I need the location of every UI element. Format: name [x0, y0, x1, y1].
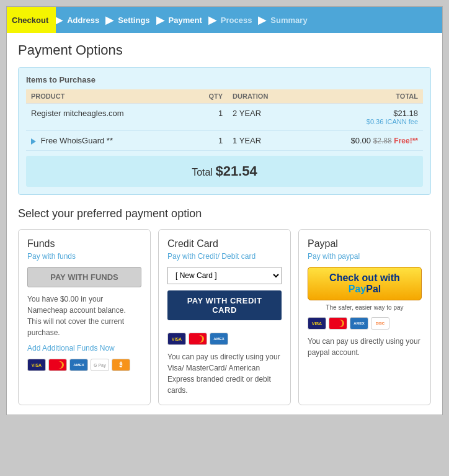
progress-bar: Checkout ▶ Address ▶ Settings ▶ Payment … — [7, 7, 442, 33]
card-select-row: [ New Card ] — [167, 267, 282, 284]
section-title: Select your preferred payment option — [18, 207, 431, 220]
pay-with-funds-button[interactable]: PAY WITH FUNDS — [27, 267, 141, 287]
visa-icon: VISA — [27, 359, 46, 371]
items-table: PRODUCT QTY DURATION TOTAL Register mitc… — [26, 89, 423, 151]
table-row: Free WhoisGuard ** 1 1 YEAR $0.00 $2.88 … — [26, 131, 423, 151]
googlepay-icon: G Pay — [91, 359, 109, 371]
bitcoin-icon: ₿ — [112, 359, 130, 371]
content-area: Payment Options Items to Purchase PRODUC… — [7, 33, 442, 415]
price-2: $0.00 $2.88 Free!** — [300, 131, 423, 151]
step-address[interactable]: Address — [62, 7, 107, 33]
paypal-description: You can pay us directly using your paypa… — [308, 336, 422, 358]
items-box-title: Items to Purchase — [26, 75, 423, 84]
funds-title: Funds — [27, 238, 141, 249]
funds-subtitle: Pay with funds — [27, 252, 141, 261]
credit-card-title: Credit Card — [167, 238, 282, 249]
product-name-2: Free WhoisGuard ** — [26, 131, 190, 151]
paypal-tagline: The safer, easier way to pay — [308, 304, 422, 311]
col-duration: DURATION — [228, 89, 300, 104]
duration-2: 1 YEAR — [228, 131, 300, 151]
paypal-subtitle: Pay with paypal — [308, 252, 422, 261]
col-total: TOTAL — [300, 89, 423, 104]
funds-description: You have $0.00 in your Namecheap account… — [27, 294, 141, 338]
paypal-card: Paypal Pay with paypal Check out with Pa… — [298, 229, 431, 405]
step-summary[interactable]: Summary — [265, 7, 314, 33]
credit-card-subtitle: Pay with Credit/ Debit card — [167, 252, 282, 261]
duration-1: 2 YEAR — [228, 104, 300, 131]
total-row: Total $21.54 — [26, 156, 423, 187]
col-qty: QTY — [190, 89, 228, 104]
main-container: Checkout ▶ Address ▶ Settings ▶ Payment … — [6, 6, 443, 415]
amex-icon: AMEX — [69, 359, 88, 371]
amex-icon-pp: AMEX — [350, 317, 368, 330]
card-select[interactable]: [ New Card ] — [167, 267, 282, 284]
credit-card-card: Credit Card Pay with Credit/ Debit card … — [158, 229, 291, 405]
paypal-title: Paypal — [308, 238, 422, 249]
table-row: Register mitcheagles.com 1 2 YEAR $21.18… — [26, 104, 423, 131]
page-title: Payment Options — [18, 42, 431, 58]
step-process[interactable]: Process — [216, 7, 260, 33]
col-product: PRODUCT — [26, 89, 190, 104]
visa-icon-pp: VISA — [308, 317, 326, 330]
credit-card-icons: VISA AMEX — [167, 333, 282, 345]
amex-icon-cc: AMEX — [210, 333, 228, 345]
step-settings[interactable]: Settings — [113, 7, 157, 33]
price-1: $21.18 $0.36 ICANN fee — [300, 104, 423, 131]
pay-with-credit-card-button[interactable]: PAY WITH CREDIT CARD — [167, 290, 282, 320]
add-funds-link[interactable]: Add Additional Funds Now — [27, 344, 115, 353]
qty-2: 1 — [190, 131, 228, 151]
step-checkout[interactable]: Checkout — [7, 7, 56, 33]
payment-options: Funds Pay with funds PAY WITH FUNDS You … — [18, 229, 431, 405]
paypal-checkout-button[interactable]: Check out with PayPal — [308, 267, 422, 300]
visa-icon-cc: VISA — [167, 333, 186, 345]
items-box: Items to Purchase PRODUCT QTY DURATION T… — [18, 67, 431, 195]
discover-icon-pp: DISC — [371, 317, 389, 330]
funds-card: Funds Pay with funds PAY WITH FUNDS You … — [18, 229, 151, 405]
triangle-icon — [31, 138, 36, 145]
total-amount: $21.54 — [215, 163, 257, 179]
paypal-card-icons: VISA AMEX DISC — [308, 317, 422, 330]
mastercard-icon-cc — [189, 333, 207, 345]
mastercard-icon — [48, 359, 67, 371]
funds-card-icons: VISA AMEX G Pay ₿ — [27, 359, 141, 371]
step-payment[interactable]: Payment — [164, 7, 210, 33]
credit-card-description: You can pay us directly using your Visa/… — [167, 351, 282, 396]
product-name-1: Register mitcheagles.com — [26, 104, 190, 131]
paypal-logo: Check out with PayPal — [314, 272, 415, 295]
qty-1: 1 — [190, 104, 228, 131]
mastercard-icon-pp — [329, 317, 347, 330]
